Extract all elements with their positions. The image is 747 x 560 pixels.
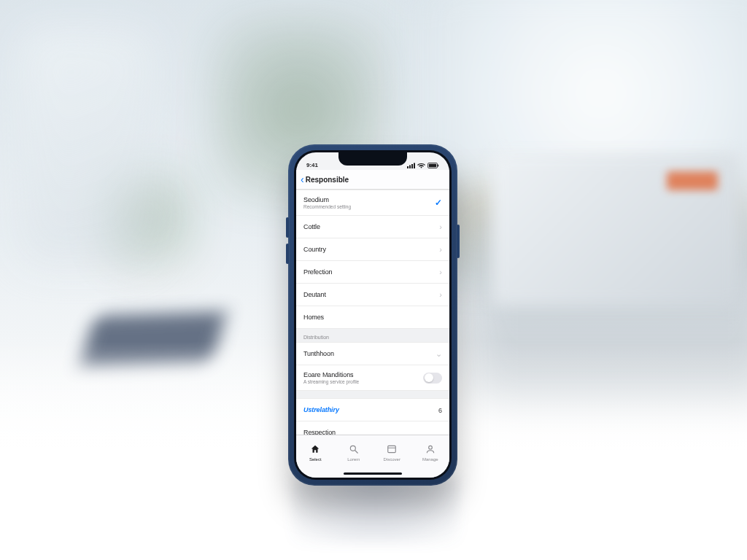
settings-group: Tunthhoon⌄Eoare ManditionsA streaming se…: [296, 342, 449, 391]
status-icons: [407, 163, 439, 168]
tab-browse[interactable]: Discover: [373, 435, 411, 470]
row-label: Eoare Manditions: [303, 371, 359, 378]
tab-bar: SelectLoremDiscoverManage: [296, 435, 449, 478]
phone-screen: 9:41 ‹ Responsible SeodiumRecommended se…: [296, 152, 449, 478]
settings-row[interactable]: Eoare ManditionsA streaming service prof…: [296, 365, 449, 390]
svg-rect-0: [407, 166, 409, 168]
back-button[interactable]: ‹: [301, 174, 304, 184]
row-label: Respection: [303, 429, 336, 435]
settings-row[interactable]: Cottle›: [296, 216, 449, 238]
row-label: Tunthhoon: [303, 350, 334, 357]
tab-label: Manage: [422, 457, 438, 462]
svg-point-11: [428, 446, 432, 449]
settings-group: Ustrelathiry6Respection: [296, 398, 449, 435]
svg-rect-2: [411, 164, 413, 168]
svg-line-8: [355, 451, 358, 454]
phone: 9:41 ‹ Responsible SeodiumRecommended se…: [288, 144, 457, 486]
settings-row[interactable]: Ustrelathiry6: [296, 399, 449, 421]
photo-scene: 9:41 ‹ Responsible SeodiumRecommended se…: [0, 0, 747, 560]
settings-row[interactable]: Tunthhoon⌄: [296, 343, 449, 365]
row-label: Homes: [303, 314, 324, 321]
search-icon: [349, 444, 359, 456]
row-label: Country: [303, 246, 326, 253]
tab-label: Lorem: [347, 457, 360, 462]
row-label: Cottle: [303, 223, 320, 230]
svg-rect-5: [429, 164, 436, 167]
tab-profile[interactable]: Manage: [411, 435, 450, 470]
row-subtitle: A streaming service profile: [303, 379, 359, 384]
svg-point-7: [350, 446, 355, 451]
wifi-icon: [417, 163, 425, 168]
svg-rect-3: [414, 163, 415, 169]
nav-title: Responsible: [306, 176, 349, 184]
settings-row[interactable]: Deutant›: [296, 284, 449, 306]
phone-volume-down: [286, 244, 289, 264]
row-label: Ustrelathiry: [303, 406, 339, 413]
row-label: Prefection: [303, 268, 333, 276]
nav-header: ‹ Responsible: [296, 170, 449, 190]
chevron-down-icon: ⌄: [436, 349, 442, 359]
phone-notch: [338, 152, 407, 166]
settings-list[interactable]: SeodiumRecommended setting✓Cottle›Countr…: [296, 190, 449, 435]
home-icon: [310, 444, 320, 456]
toggle-switch[interactable]: [423, 373, 442, 384]
row-label: Seodium: [303, 196, 351, 203]
settings-row[interactable]: Homes: [296, 306, 449, 328]
bg-phone-reflection: [292, 478, 460, 543]
tab-label: Select: [309, 457, 322, 462]
browse-icon: [387, 444, 397, 456]
bg-laptop-accent: [667, 171, 718, 190]
phone-power-button: [457, 225, 460, 258]
phone-volume-up: [286, 217, 289, 238]
row-label: Deutant: [303, 291, 326, 298]
tab-search[interactable]: Lorem: [335, 435, 374, 470]
phone-bezel: 9:41 ‹ Responsible SeodiumRecommended se…: [294, 150, 452, 480]
chevron-right-icon: ›: [439, 290, 442, 299]
settings-group: SeodiumRecommended setting✓Cottle›Countr…: [296, 190, 449, 329]
row-count: 6: [438, 407, 442, 414]
tab-home[interactable]: Select: [296, 435, 335, 470]
settings-row[interactable]: Country›: [296, 238, 449, 261]
svg-rect-6: [438, 165, 438, 167]
svg-rect-9: [388, 446, 396, 452]
status-time: 9:41: [306, 162, 318, 168]
checkmark-icon: ✓: [435, 198, 442, 208]
section-header: Distribution: [296, 329, 449, 342]
chevron-right-icon: ›: [439, 245, 442, 254]
tab-label: Discover: [384, 457, 400, 462]
bg-lamp: [22, 29, 153, 262]
profile-icon: [425, 444, 436, 456]
settings-row[interactable]: Respection: [296, 421, 449, 435]
home-indicator[interactable]: [344, 472, 402, 475]
cellular-icon: [407, 163, 415, 168]
row-subtitle: Recommended setting: [303, 204, 351, 209]
chevron-right-icon: ›: [439, 222, 442, 231]
settings-row[interactable]: Prefection›: [296, 261, 449, 284]
svg-rect-1: [409, 166, 411, 169]
chevron-right-icon: ›: [439, 268, 442, 276]
battery-icon: [427, 163, 439, 168]
settings-row[interactable]: SeodiumRecommended setting✓: [296, 190, 449, 216]
